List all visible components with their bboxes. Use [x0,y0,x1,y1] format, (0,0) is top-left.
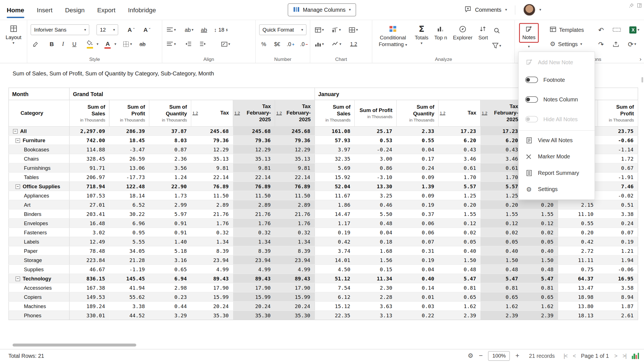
data-cell[interactable]: 0.24 [598,218,638,228]
percent-format-button[interactable]: % [259,39,268,49]
data-cell[interactable]: 2.36 [149,154,191,163]
combo-chart-button[interactable]: ▾ [331,24,342,35]
column-header[interactable]: Sum of Quantityin Thousands [149,100,191,127]
data-cell[interactable]: 145.45 [109,274,149,283]
column-header[interactable]: 1.2Tax February-2025 [233,100,275,127]
data-cell[interactable]: 6.96 [109,218,149,228]
borders-button[interactable]: ▾ [122,39,133,49]
collapse-icon[interactable]: − [16,184,20,189]
decrease-decimal-button[interactable]: .0− [299,39,309,49]
data-cell[interactable]: 1.34 [233,237,275,246]
data-cell[interactable]: 5.55 [109,237,149,246]
data-cell[interactable]: 15.92 [315,172,355,182]
data-cell[interactable]: 1.50 [480,255,522,265]
data-cell[interactable]: 0.55 [558,218,598,228]
data-cell[interactable]: 1.87 [598,301,638,311]
data-cell[interactable]: 12.49 [69,237,109,246]
data-cell[interactable]: 0.04 [396,265,438,274]
data-cell[interactable]: 0.42 [558,237,598,246]
data-cell[interactable]: 27.01 [69,200,109,209]
data-cell[interactable]: 0.02 [480,228,522,237]
data-cell[interactable]: 23.94 [233,255,275,265]
data-cell[interactable]: 0.07 [396,237,438,246]
zoom-level[interactable]: 100% [488,351,510,361]
data-cell[interactable]: 79.36 [191,135,233,145]
zoom-in-button[interactable]: + [515,352,519,359]
data-cell[interactable]: 0.40 [522,246,558,255]
data-cell[interactable]: 167.38 [69,283,109,292]
data-cell[interactable]: 5.57 [438,182,480,191]
data-cell[interactable]: 15.99 [233,292,275,301]
data-cell[interactable]: 0.42 [315,237,355,246]
data-cell[interactable]: 11.50 [275,191,315,200]
data-cell[interactable]: 7.46 [598,182,638,191]
data-cell[interactable]: 2.89 [191,200,233,209]
data-cell[interactable]: 2.89 [233,200,275,209]
row-label-cell[interactable]: −Technology [9,274,70,283]
column-header[interactable]: 1.2Tax [438,100,480,127]
data-cell[interactable]: 1.25 [480,191,522,200]
row-label-cell[interactable]: Tables [9,172,70,182]
underline-button[interactable]: U [70,39,79,49]
data-cell[interactable]: 17.90 [275,283,315,292]
data-cell[interactable]: -3.10 [354,172,396,182]
data-cell[interactable]: 18.14 [109,191,149,200]
data-cell[interactable]: 0.48 [480,265,522,274]
data-cell[interactable]: 836.15 [69,274,109,283]
column-header[interactable]: Sum of Profitin Thousands [354,100,396,127]
column-header[interactable]: Sum of Salesin Thousands [315,100,355,127]
font-size-select[interactable]: 12▾ [96,24,118,35]
data-cell[interactable]: 206.97 [69,172,109,182]
data-cell[interactable]: 0.20 [522,200,558,209]
redo-button[interactable]: ↷ [596,39,606,49]
data-cell[interactable]: 21.76 [275,209,315,218]
data-cell[interactable]: 1.50 [522,255,558,265]
table-settings-icon[interactable]: ⚙ [468,352,473,359]
data-cell[interactable]: 0.01 [396,292,438,301]
data-cell[interactable]: 0.19 [396,200,438,209]
data-cell[interactable]: 3.46 [480,154,522,163]
data-cell[interactable]: 3.46 [438,154,480,163]
data-cell[interactable]: 0.23 [149,292,191,301]
table-view-button[interactable]: ▾ [314,24,325,35]
data-cell[interactable]: 46.67 [69,265,109,274]
data-cell[interactable]: 18.13 [558,311,598,320]
month-header[interactable]: Month [9,88,70,100]
data-cell[interactable]: 79.36 [233,135,275,145]
data-cell[interactable]: 14.01 [315,255,355,265]
column-header[interactable]: 1.2Tax [191,100,233,127]
notes-button[interactable]: Notes [519,23,539,43]
top-n-button[interactable]: Top n [431,23,450,57]
data-cell[interactable]: 286.39 [109,126,149,135]
data-cell[interactable]: 5.47 [438,274,480,283]
sparkline-button[interactable]: ▾ [331,39,343,49]
notes-menu-item-marker-mode[interactable]: Marker Mode [519,148,595,165]
data-cell[interactable]: 0.61 [438,163,480,172]
layout-button[interactable]: Layout ▾ [3,23,23,45]
data-cell[interactable]: 9.81 [233,163,275,172]
font-color-button[interactable]: A [103,39,112,49]
column-group-header[interactable]: Grand Total [69,88,315,100]
data-cell[interactable]: 5.50 [354,209,396,218]
data-cell[interactable]: 2.39 [522,311,558,320]
data-cell[interactable]: 0.14 [396,283,438,292]
increase-font-size-button[interactable]: Aˆ [126,24,136,35]
conditional-formatting-button[interactable]: Conditional Formatting ▾ [374,23,412,57]
data-cell[interactable]: 1.34 [191,237,233,246]
data-cell[interactable]: 0.86 [354,163,396,172]
data-cell[interactable]: 0.03 [396,301,438,311]
data-cell[interactable]: 2.28 [354,292,396,301]
data-cell[interactable]: 5.47 [522,274,558,283]
data-cell[interactable]: 1.50 [438,255,480,265]
data-cell[interactable]: 149.53 [69,292,109,301]
data-cell[interactable]: 3.38 [109,301,149,311]
data-cell[interactable]: 76.89 [191,182,233,191]
currency-format-button[interactable]: $€ [273,39,282,49]
data-cell[interactable]: 1.76 [275,218,315,228]
data-cell[interactable]: 35.13 [233,154,275,163]
data-cell[interactable]: 5.18 [149,246,191,255]
data-cell[interactable]: 22.90 [149,182,191,191]
data-cell[interactable]: 30.22 [109,209,149,218]
pin-icon[interactable] [629,2,634,10]
data-cell[interactable]: 3.74 [315,246,355,255]
